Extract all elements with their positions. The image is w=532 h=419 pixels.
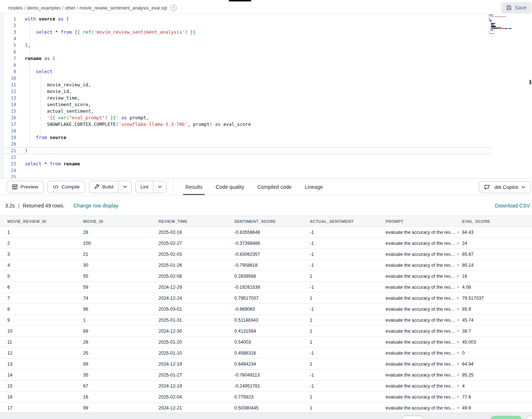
expand-cell-icon[interactable]: › xyxy=(457,295,459,300)
table-row[interactable]: 15672024-12-19-0.24951781-1evaluate the … xyxy=(0,381,532,392)
expand-cell-icon[interactable]: › xyxy=(457,350,459,355)
line-number: 18 xyxy=(4,128,16,134)
preview-button[interactable]: Preview xyxy=(7,181,44,193)
expand-cell-icon[interactable]: › xyxy=(457,229,459,235)
download-csv-link[interactable]: Download CSV xyxy=(495,203,530,209)
lint-label: Lint xyxy=(141,184,149,190)
table-row[interactable]: 1282025-02-18-0.83556646-1evaluate the a… xyxy=(0,227,532,238)
code-brackets-icon xyxy=(53,184,59,189)
expand-cell-icon[interactable]: › xyxy=(457,328,459,333)
cell-eval_score: 38.7 xyxy=(462,329,532,334)
bottom-partial-control[interactable] xyxy=(526,416,532,419)
sql-code-editor[interactable]: 1with source as (23 select * from {{ ref… xyxy=(0,14,532,178)
tab-results[interactable]: Results xyxy=(179,179,209,195)
cell-sentiment_score: 0.6494234 xyxy=(234,362,310,367)
line-number: 2 xyxy=(4,22,16,29)
code-line[interactable]: 21) xyxy=(4,147,491,154)
code-line[interactable]: 3 select * from {{ ref('movie_review_sen… xyxy=(4,29,491,35)
code-line[interactable]: 19 from source xyxy=(4,134,491,141)
table-row[interactable]: 5552025-02-080.28395881evaluate the accu… xyxy=(0,271,532,282)
code-line[interactable]: 10 xyxy=(4,75,491,82)
code-line[interactable]: 23select * from rename xyxy=(4,161,491,167)
table-row[interactable]: 13892024-12-190.64942341evaluate the acc… xyxy=(0,359,532,370)
code-line[interactable]: 25 xyxy=(4,174,491,178)
cell-actual_sentiment: -1 xyxy=(310,384,386,389)
table-row[interactable]: 17992024-12-210.503804451evaluate the ac… xyxy=(0,403,532,414)
expand-cell-icon[interactable]: › xyxy=(457,262,459,268)
table-row[interactable]: 16162025-02-040.7759231evaluate the accu… xyxy=(0,392,532,403)
table-row[interactable]: 7742024-12-240.795170371evaluate the acc… xyxy=(0,293,532,304)
code-line[interactable]: 16 '{{ var("eval_prompt") }}' as prompt, xyxy=(4,115,491,121)
code-line[interactable]: 12 movie_id, xyxy=(4,88,491,95)
table-row[interactable]: 3212025-02-03-0.83062357-1evaluate the a… xyxy=(0,249,532,260)
line-number: 21 xyxy=(4,148,16,154)
breadcrumb-item[interactable]: demo_examples xyxy=(27,5,61,11)
expand-cell-icon[interactable]: › xyxy=(457,251,459,257)
code-line[interactable]: 1with source as ( xyxy=(4,16,491,22)
expand-cell-icon[interactable]: › xyxy=(457,383,459,388)
table-row[interactable]: 6592024-12-29-0.19261539-1evaluate the a… xyxy=(0,282,532,293)
code-line[interactable]: 2 xyxy=(4,22,491,29)
code-line[interactable]: 7rename as ( xyxy=(4,55,491,62)
lint-dropdown-button[interactable] xyxy=(153,181,166,193)
cell-movie_review_id: 5 xyxy=(7,274,83,279)
tab-compiled-code[interactable]: Compiled code xyxy=(251,179,298,195)
expand-cell-icon[interactable]: › xyxy=(457,372,459,377)
change-row-display-link[interactable]: Change row display xyxy=(74,203,119,209)
expand-cell-icon[interactable]: › xyxy=(457,284,459,289)
breadcrumb-item[interactable]: movie_review_sentiment_analysis_eval.sql xyxy=(79,5,167,11)
bottom-partial-green-badge[interactable] xyxy=(491,416,522,419)
table-row[interactable]: 14352025-01-27-0.76049113-1evaluate the … xyxy=(0,370,532,381)
table-row[interactable]: 10892024-12-300.41315641evaluate the acc… xyxy=(0,326,532,337)
code-line[interactable]: 20 xyxy=(4,141,491,147)
line-number: 11 xyxy=(4,82,16,88)
table-row[interactable]: 4302025-01-26-0.7958618-1evaluate the ac… xyxy=(0,260,532,271)
column-header-review_time: REVIEW_TIME xyxy=(159,219,234,224)
code-line[interactable]: 11 movie_review_id, xyxy=(4,82,491,88)
breadcrumb-item[interactable]: models xyxy=(8,5,23,11)
results-table: MOVIE_REVIEW_IDMOVIE_IDREVIEW_TIMESENTIM… xyxy=(0,216,532,414)
code-line[interactable]: 5), xyxy=(4,42,491,49)
table-row[interactable]: 21002025-02-27-0.37398466-1evaluate the … xyxy=(0,238,532,249)
table-row[interactable]: 12252025-01-100.4586316-1evaluate the ac… xyxy=(0,348,532,359)
tab-lineage[interactable]: Lineage xyxy=(298,179,330,195)
breadcrumb-item[interactable]: other xyxy=(65,5,75,11)
code-line[interactable]: 9 select xyxy=(4,68,491,75)
expand-cell-icon[interactable]: › xyxy=(457,240,459,246)
cell-actual_sentiment: 1 xyxy=(310,362,386,367)
expand-cell-icon[interactable]: › xyxy=(457,405,459,410)
table-row[interactable]: 912025-01-310.511483431evaluate the accu… xyxy=(0,315,532,326)
dbt-copilot-button[interactable]: dbt Copilot xyxy=(479,181,531,193)
code-line[interactable]: 22 xyxy=(4,154,491,161)
build-button[interactable]: Build xyxy=(89,181,118,193)
tab-code-quality[interactable]: Code quality xyxy=(209,179,251,195)
column-header-prompt: PROMPT xyxy=(386,219,462,224)
code-line[interactable]: 8 xyxy=(4,62,491,68)
code-line[interactable]: 13 review_time, xyxy=(4,95,491,101)
cell-prompt: evaluate the accuracy of the res…› xyxy=(386,339,462,345)
editor-scrollbar-thumb[interactable] xyxy=(529,80,531,85)
expand-cell-icon[interactable]: › xyxy=(457,273,459,278)
code-line[interactable]: 17 SNOWFLAKE.CORTEX.COMPLETE('snowflake-… xyxy=(4,121,491,128)
editor-minimap[interactable] xyxy=(489,15,525,35)
table-row[interactable]: 11262025-01-200.540031evaluate the accur… xyxy=(0,337,532,348)
lint-button[interactable]: Lint xyxy=(136,181,153,193)
code-line[interactable]: 15 actual_sentiment, xyxy=(4,108,491,115)
prompt-preview-text: evaluate the accuracy of the res… xyxy=(386,394,455,400)
expand-cell-icon[interactable]: › xyxy=(457,394,459,399)
expand-cell-icon[interactable]: › xyxy=(457,306,459,311)
compile-button[interactable]: Compile xyxy=(47,181,85,193)
code-line[interactable]: 18 xyxy=(4,128,491,134)
code-line[interactable]: 4 xyxy=(4,35,491,42)
code-line[interactable]: 6 xyxy=(4,49,491,55)
save-button[interactable]: Save xyxy=(501,2,532,13)
line-number: 8 xyxy=(4,62,16,68)
bottom-partial-button[interactable] xyxy=(401,416,424,419)
code-line[interactable]: 24 xyxy=(4,167,491,174)
code-line[interactable]: 14 sentiment_score, xyxy=(4,101,491,108)
expand-cell-icon[interactable]: › xyxy=(457,317,459,322)
build-dropdown-button[interactable] xyxy=(118,181,131,193)
expand-cell-icon[interactable]: › xyxy=(457,339,459,344)
expand-cell-icon[interactable]: › xyxy=(457,361,459,366)
table-row[interactable]: 8962025-03-01-0.869063-1evaluate the acc… xyxy=(0,304,532,315)
